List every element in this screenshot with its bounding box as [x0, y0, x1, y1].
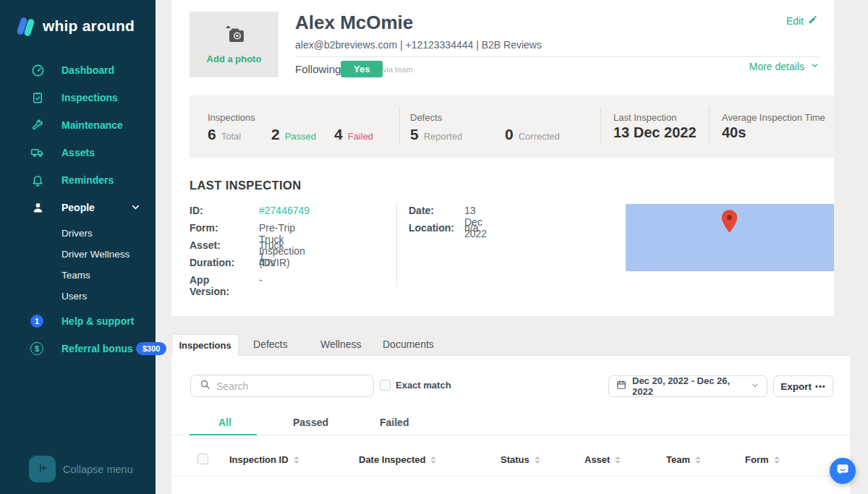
sidebar-item-people[interactable]: People: [0, 197, 156, 218]
sidebar-item-driver-wellness[interactable]: Driver Wellness: [61, 249, 129, 260]
map-pin-icon: [720, 209, 739, 235]
sidebar-item-drivers[interactable]: Drivers: [61, 228, 93, 239]
user-contact-info: alex@b2breviews.com | +12123334444 | B2B…: [295, 39, 542, 51]
sidebar-item-dashboard[interactable]: Dashboard: [0, 60, 156, 80]
tab-wellness[interactable]: Wellness: [320, 334, 362, 354]
divider: [600, 107, 601, 145]
stats-defects-title: Defects: [410, 112, 442, 123]
sidebar-item-help-support[interactable]: 1 Help & support: [0, 311, 156, 331]
collapse-menu-button[interactable]: [29, 456, 56, 482]
sort-icon[interactable]: [774, 456, 780, 464]
date-range-value: Dec 20, 2022 - Dec 26, 2022: [632, 375, 745, 397]
sidebar: whip around Dashboard Inspections Mainte…: [0, 0, 156, 494]
dollar-icon: $: [30, 342, 43, 355]
wrench-icon: [30, 118, 45, 132]
stats-last-inspection-title: Last Inspection: [613, 112, 676, 123]
select-all-checkbox[interactable]: [197, 453, 208, 464]
column-header-team[interactable]: Team: [666, 454, 701, 465]
divider: [295, 56, 820, 57]
stat-reported: 5Reported: [410, 126, 462, 143]
search-input[interactable]: [216, 380, 354, 392]
sidebar-item-label: Reminders: [61, 174, 114, 186]
active-tab-underline: [190, 434, 257, 435]
column-header-status[interactable]: Status: [501, 454, 540, 465]
pencil-icon: [808, 14, 818, 27]
ellipsis-icon: •••: [815, 382, 826, 391]
stat-avg-time-value: 40s: [722, 124, 746, 141]
search-icon: [200, 379, 210, 393]
inspections-panel: Exact match Dec 20, 2022 - Dec 26, 2022 …: [171, 355, 850, 494]
sidebar-item-reminders[interactable]: Reminders: [0, 170, 156, 190]
sort-icon[interactable]: [695, 456, 701, 464]
sort-icon[interactable]: [294, 456, 299, 464]
collapse-menu-label[interactable]: Collapse menu: [63, 464, 133, 475]
collapse-arrow-icon: [36, 461, 49, 477]
column-header-asset[interactable]: Asset: [584, 454, 621, 465]
sort-icon[interactable]: [535, 456, 540, 464]
brand-logo[interactable]: whip around: [17, 16, 135, 36]
sort-icon[interactable]: [430, 456, 436, 464]
divider: [396, 203, 397, 286]
more-details-button[interactable]: More details: [749, 61, 820, 72]
sidebar-item-teams[interactable]: Teams: [61, 270, 90, 281]
add-photo-button[interactable]: Add a photo: [190, 12, 278, 77]
sidebar-item-users[interactable]: Users: [61, 291, 87, 302]
sidebar-item-label: Referral bonus: [61, 343, 133, 354]
export-button[interactable]: Export •••: [773, 375, 833, 397]
sidebar-item-label: Maintenance: [61, 119, 123, 131]
last-inspection-heading: LAST INSPECTION: [190, 179, 302, 192]
date-range-picker[interactable]: Dec 20, 2022 - Dec 26, 2022: [608, 375, 767, 397]
sidebar-item-label: Assets: [61, 147, 95, 158]
chevron-down-icon: [130, 202, 142, 213]
sidebar-item-label: Help & support: [61, 315, 134, 327]
following-via-text: via team: [383, 65, 413, 74]
profile-card: Add a photo Alex McOmie alex@b2breviews.…: [171, 0, 834, 316]
stat-corrected: 0Corrected: [505, 126, 560, 143]
stats-bar: Inspections 6Total 2Passed 4Failed Defec…: [190, 95, 834, 158]
sidebar-item-referral-bonus[interactable]: $ Referral bonus $300: [0, 338, 156, 359]
exact-match-label: Exact match: [396, 380, 451, 391]
column-header-date-inspected[interactable]: Date Inspected: [359, 454, 436, 465]
more-details-label: More details: [749, 61, 804, 72]
stat-total: 6Total: [208, 126, 241, 143]
referral-amount-badge: $300: [136, 342, 166, 355]
filter-tab-passed[interactable]: Passed: [293, 417, 328, 428]
sidebar-item-inspections[interactable]: Inspections: [0, 88, 156, 108]
bell-icon: [30, 173, 45, 187]
edit-button[interactable]: Edit: [786, 14, 818, 27]
exact-match-checkbox[interactable]: [380, 380, 391, 391]
filter-tab-all[interactable]: All: [218, 417, 231, 428]
sidebar-item-assets[interactable]: Assets: [0, 142, 156, 163]
divider: [171, 435, 850, 435]
person-icon: [30, 200, 45, 215]
tab-defects[interactable]: Defects: [253, 334, 287, 354]
inspection-id-link[interactable]: #27446749: [259, 205, 310, 216]
brand-name: whip around: [43, 17, 135, 35]
sidebar-item-label: People: [61, 202, 95, 213]
chat-bubble-icon: [836, 463, 849, 479]
stat-passed: 2Passed: [271, 126, 316, 143]
divider: [171, 476, 850, 477]
tab-documents[interactable]: Documents: [383, 334, 434, 354]
sort-icon[interactable]: [615, 456, 621, 464]
stats-avg-time-title: Average Inspection Time: [722, 112, 825, 123]
chevron-down-icon: [751, 380, 760, 393]
calendar-icon: [616, 380, 626, 393]
divider: [709, 107, 710, 145]
edit-label: Edit: [786, 15, 804, 27]
add-photo-label: Add a photo: [207, 54, 262, 64]
column-header-inspection-id[interactable]: Inspection ID: [229, 454, 299, 465]
tab-inspections[interactable]: Inspections: [171, 334, 239, 356]
following-toggle[interactable]: Yes: [341, 61, 383, 77]
dashboard-icon: [30, 63, 45, 77]
filter-tab-failed[interactable]: Failed: [380, 417, 409, 428]
camera-plus-icon: [222, 25, 247, 50]
location-map[interactable]: [626, 204, 834, 271]
divider: [399, 107, 400, 145]
column-header-form[interactable]: Form: [745, 454, 780, 465]
truck-icon: [30, 145, 45, 160]
sidebar-item-maintenance[interactable]: Maintenance: [0, 115, 156, 135]
chat-widget-button[interactable]: [830, 458, 856, 484]
sidebar-item-label: Dashboard: [61, 64, 114, 76]
app-root: whip around Dashboard Inspections Mainte…: [0, 0, 868, 494]
